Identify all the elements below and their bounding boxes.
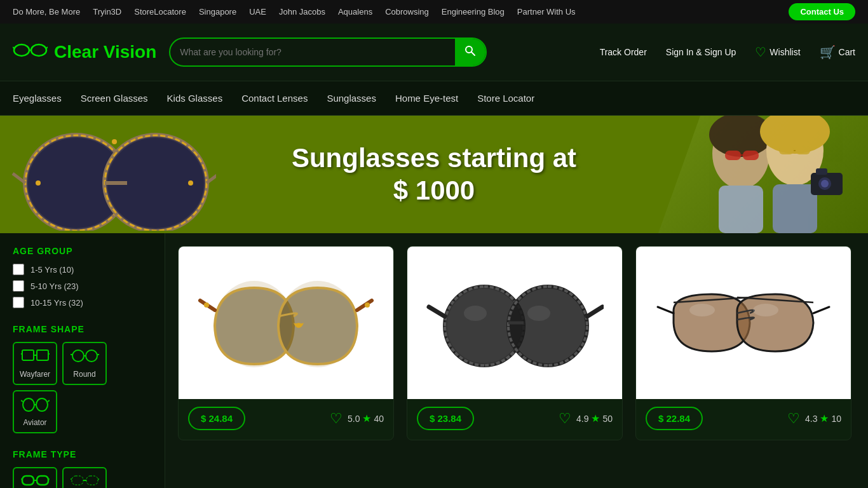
product-1-wishlist-button[interactable]: ♡ xyxy=(330,410,342,427)
top-bar-links: Do More, Be More Tryin3D StoreLocatore S… xyxy=(13,7,576,17)
product-glasses-svg-2 xyxy=(426,272,604,374)
frame-type-full-rim[interactable]: Full Rim xyxy=(13,467,57,488)
contact-us-button[interactable]: Contact Us xyxy=(789,3,855,20)
search-bar[interactable] xyxy=(169,37,487,67)
svg-rect-28 xyxy=(796,146,810,154)
topbar-link-tryin3d[interactable]: Tryin3D xyxy=(93,7,121,17)
svg-point-69 xyxy=(204,302,209,308)
product-card-2: $ 23.84 ♡ 4.9 ★ 50 xyxy=(407,246,623,440)
frame-shape-round[interactable]: Round xyxy=(62,342,107,385)
aviator-icon xyxy=(21,396,50,415)
age-10-15-label: 10-15 Yrs (32) xyxy=(31,298,83,308)
topbar-link-do-more[interactable]: Do More, Be More xyxy=(13,7,80,17)
topbar-link-cobrowsing[interactable]: Cobrowsing xyxy=(385,7,429,17)
frame-shape-aviator[interactable]: Aviator xyxy=(13,390,57,433)
wishlist-heart-icon: ♡ xyxy=(755,44,766,60)
svg-rect-50 xyxy=(22,476,34,485)
product-3-rating: 4.3 ★ 10 xyxy=(805,412,841,424)
topbar-link-aqualens[interactable]: Aqualens xyxy=(338,7,372,17)
svg-line-79 xyxy=(429,307,445,316)
logo-text: Clear Vision xyxy=(54,42,156,62)
frame-shape-wayfarer[interactable]: Wayfarer xyxy=(13,342,57,385)
products-area: $ 24.84 ♡ 5.0 ★ 40 xyxy=(165,233,868,488)
cart-area[interactable]: 🛒 Cart xyxy=(820,44,855,60)
topbar-link-partner[interactable]: Partner With Us xyxy=(517,7,576,17)
age-5-10[interactable]: 5-10 Yrs (23) xyxy=(13,280,152,292)
svg-rect-21 xyxy=(725,151,741,160)
svg-point-77 xyxy=(527,306,550,321)
product-3-wishlist-button[interactable]: ♡ xyxy=(787,410,800,427)
nav-screen-glasses[interactable]: Screen Glasses xyxy=(81,90,148,107)
age-10-15-checkbox[interactable] xyxy=(13,297,24,308)
main-content: AGE GROUP 1-5 Yrs (10) 5-10 Yrs (23) 10-… xyxy=(0,233,868,488)
nav-store-locator[interactable]: Store Locator xyxy=(477,90,534,107)
product-1-rating-wishlist: ♡ 5.0 ★ 40 xyxy=(330,410,384,427)
svg-rect-27 xyxy=(779,146,794,154)
svg-point-76 xyxy=(464,306,487,321)
sign-in-link[interactable]: Sign In & Sign Up xyxy=(666,47,736,57)
product-2-price-button[interactable]: $ 23.84 xyxy=(417,407,474,430)
search-input[interactable] xyxy=(170,41,455,64)
svg-line-48 xyxy=(21,400,23,402)
hero-banner: Sunglasses starting at $ 1000 xyxy=(0,116,868,233)
svg-point-17 xyxy=(112,139,117,144)
product-2-wishlist-button[interactable]: ♡ xyxy=(559,410,571,427)
product-glasses-svg-3 xyxy=(654,272,832,374)
main-nav: Eyeglasses Screen Glasses Kids Glasses C… xyxy=(0,81,868,116)
track-order-link[interactable]: Track Order xyxy=(600,47,647,57)
wishlist-area[interactable]: ♡ Wishlist xyxy=(755,44,800,60)
svg-line-82 xyxy=(813,307,829,313)
topbar-link-john-jacobs[interactable]: John Jacobs xyxy=(279,7,325,17)
header-right: Track Order Sign In & Sign Up ♡ Wishlist… xyxy=(600,44,855,60)
nav-kids-glasses[interactable]: Kids Glasses xyxy=(167,90,223,107)
svg-rect-34 xyxy=(816,168,827,175)
frame-shape-grid: Wayfarer Round xyxy=(13,342,152,433)
product-2-review-count: 50 xyxy=(602,414,613,424)
aviator-label: Aviator xyxy=(23,418,46,427)
topbar-link-uae[interactable]: UAE xyxy=(249,7,266,17)
topbar-link-store-locatore[interactable]: StoreLocatore xyxy=(134,7,186,17)
wishlist-link[interactable]: Wishlist xyxy=(770,47,800,57)
svg-point-1 xyxy=(31,44,46,56)
product-2-rating-wishlist: ♡ 4.9 ★ 50 xyxy=(559,410,613,427)
full-rim-icon xyxy=(21,473,50,488)
topbar-link-engineering-blog[interactable]: Engineering Blog xyxy=(442,7,505,17)
rimless-icon xyxy=(71,473,99,488)
nav-sunglasses[interactable]: Sunglasses xyxy=(327,90,376,107)
svg-rect-56 xyxy=(86,476,98,485)
frame-type-filter: FRAME TYPE Full Rim xyxy=(13,449,152,488)
cart-link[interactable]: Cart xyxy=(839,47,855,57)
product-bottom-3: $ 22.84 ♡ 4.3 ★ 10 xyxy=(636,399,851,430)
age-1-5-checkbox[interactable] xyxy=(13,264,24,275)
nav-home-eye-test[interactable]: Home Eye-test xyxy=(395,90,458,107)
age-5-10-checkbox[interactable] xyxy=(13,280,24,292)
product-bottom-2: $ 23.84 ♡ 4.9 ★ 50 xyxy=(407,399,622,430)
product-card-3: $ 22.84 ♡ 4.3 ★ 10 xyxy=(635,246,851,440)
product-2-rating: 4.9 ★ 50 xyxy=(576,412,613,424)
logo-glasses-icon xyxy=(13,41,48,64)
product-1-review-count: 40 xyxy=(374,414,384,424)
topbar-link-singapore[interactable]: Singapore xyxy=(199,7,236,17)
age-1-5[interactable]: 1-5 Yrs (10) xyxy=(13,264,152,275)
product-image-1 xyxy=(179,247,393,399)
banner-text: Sunglasses starting at $ 1000 xyxy=(292,142,576,207)
product-3-score: 4.3 xyxy=(805,414,817,424)
svg-point-41 xyxy=(86,350,97,362)
age-group-title: AGE GROUP xyxy=(13,246,152,256)
wayfarer-icon xyxy=(21,348,50,367)
product-3-price-button[interactable]: $ 22.84 xyxy=(646,407,703,430)
svg-line-4 xyxy=(46,47,48,48)
age-5-10-label: 5-10 Yrs (23) xyxy=(31,281,79,291)
nav-eyeglasses[interactable]: Eyeglasses xyxy=(13,90,62,107)
search-button[interactable] xyxy=(455,39,485,65)
product-1-price-button[interactable]: $ 24.84 xyxy=(188,407,245,430)
product-1-score: 5.0 xyxy=(348,414,360,424)
frame-type-rimless[interactable]: Rimless xyxy=(62,467,107,488)
sidebar: AGE GROUP 1-5 Yrs (10) 5-10 Yrs (23) 10-… xyxy=(0,233,165,488)
nav-contact-lenses[interactable]: Contact Lenses xyxy=(241,90,308,107)
svg-rect-35 xyxy=(22,350,34,360)
cart-icon: 🛒 xyxy=(820,44,836,60)
svg-point-84 xyxy=(753,304,778,316)
age-10-15[interactable]: 10-15 Yrs (32) xyxy=(13,297,152,308)
svg-point-70 xyxy=(365,302,370,308)
